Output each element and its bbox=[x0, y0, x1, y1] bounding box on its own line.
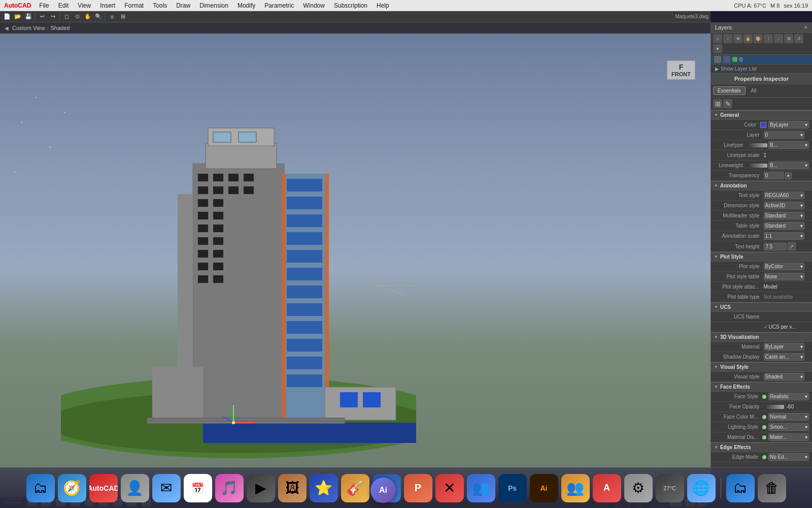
layer-vis-icon[interactable] bbox=[714, 56, 721, 63]
layer-refresh[interactable]: ↺ bbox=[794, 34, 803, 43]
multileader-dropdown[interactable]: Standard▾ bbox=[764, 212, 804, 219]
dock-contacts[interactable]: 👤 bbox=[121, 474, 149, 502]
dock-app1[interactable]: ✕ bbox=[435, 474, 464, 502]
face-opacity-slider[interactable] bbox=[764, 405, 784, 409]
visual-style-value[interactable]: Shaded▾ bbox=[764, 373, 809, 380]
layer-up[interactable]: ↑ bbox=[764, 34, 773, 43]
layer-delete[interactable]: − bbox=[723, 34, 732, 43]
text-height-value[interactable]: ↗ bbox=[764, 242, 809, 250]
text-style-dropdown[interactable]: REGUA60▾ bbox=[764, 192, 804, 199]
toolbar-properties[interactable]: ⊞ bbox=[118, 12, 128, 22]
material-dis-value[interactable]: Mater...▾ bbox=[762, 433, 809, 441]
transparency-btn[interactable]: ▾ bbox=[785, 172, 792, 179]
menu-window[interactable]: Window bbox=[299, 1, 329, 10]
toolbar-pan[interactable]: ✋ bbox=[83, 12, 93, 22]
plot-table-value[interactable]: None▾ bbox=[764, 273, 809, 280]
dock-music[interactable]: 🎵 bbox=[215, 474, 244, 502]
lineweight-dropdown[interactable]: B...▾ bbox=[768, 162, 809, 169]
layer-dropdown[interactable]: 0▾ bbox=[764, 131, 804, 139]
layer-new[interactable]: + bbox=[713, 34, 722, 43]
layer-value[interactable]: 0▾ bbox=[764, 131, 809, 139]
material-value[interactable]: ByLayer▾ bbox=[764, 343, 809, 351]
dock-app3[interactable]: 👥 bbox=[561, 474, 590, 502]
dock-photoshop[interactable]: Ps bbox=[498, 474, 527, 502]
show-layer-list[interactable]: ▶ Show Layer List bbox=[711, 65, 812, 74]
dock-itunes[interactable]: ⭐ bbox=[310, 474, 338, 502]
dock-safari[interactable]: 🧭 bbox=[58, 474, 86, 502]
layer-color-swatch[interactable] bbox=[732, 57, 737, 62]
color-dropdown[interactable]: ByLayer▾ bbox=[768, 121, 809, 129]
vp-back[interactable]: ◀ bbox=[3, 25, 10, 31]
shadow-dropdown[interactable]: Casts an...▾ bbox=[764, 353, 804, 361]
layer-row-0[interactable]: 0 bbox=[711, 55, 812, 65]
menu-edit[interactable]: Edit bbox=[54, 1, 73, 10]
text-height-input[interactable] bbox=[764, 243, 787, 250]
section-face-effects[interactable]: ▼ Face Effects bbox=[711, 382, 812, 392]
dock-garageband[interactable]: 🎸 bbox=[341, 474, 369, 502]
lineweight-value[interactable]: B...▾ bbox=[747, 162, 809, 169]
dim-style-value[interactable]: Active3D▾ bbox=[764, 202, 809, 209]
table-style-value[interactable]: Standard▾ bbox=[764, 222, 809, 230]
menu-modify[interactable]: Modify bbox=[233, 1, 259, 10]
menu-file[interactable]: File bbox=[35, 1, 53, 10]
toolbar-open[interactable]: 📂 bbox=[13, 12, 23, 22]
edge-mode-value[interactable]: No Ed...▾ bbox=[762, 453, 809, 461]
menu-format[interactable]: Format bbox=[120, 1, 148, 10]
toolbar-new[interactable]: 📄 bbox=[2, 12, 12, 22]
section-edge-effects[interactable]: ▼ Edge Effects bbox=[711, 442, 812, 452]
plot-style-dropdown[interactable]: ByColor▾ bbox=[764, 263, 804, 270]
section-3d-viz[interactable]: ▼ 3D Visualization bbox=[711, 332, 812, 342]
menu-insert[interactable]: Insert bbox=[96, 1, 119, 10]
section-plot-style[interactable]: ▼ Plot Style bbox=[711, 252, 812, 262]
vp-view-name[interactable]: Custom View bbox=[12, 25, 45, 31]
text-height-expand[interactable]: ↗ bbox=[788, 242, 796, 250]
shadow-value[interactable]: Casts an...▾ bbox=[764, 353, 809, 361]
dim-style-dropdown[interactable]: Active3D▾ bbox=[764, 202, 804, 209]
linetype-scale-text[interactable]: 1 bbox=[764, 152, 767, 158]
plot-table-dropdown[interactable]: None▾ bbox=[764, 273, 804, 280]
viewport[interactable]: ◀ Custom View | Shaded bbox=[0, 22, 710, 508]
menu-draw[interactable]: Draw bbox=[172, 1, 194, 10]
menu-subscription[interactable]: Subscription bbox=[330, 1, 371, 10]
dock-system-pref[interactable]: ⚙ bbox=[624, 474, 653, 502]
ucs-per-v-value[interactable]: ✓ UCS per v... bbox=[764, 324, 809, 330]
toolbar-zoom[interactable]: 🔍 bbox=[93, 12, 104, 22]
tab-essentials[interactable]: Essentials bbox=[713, 86, 746, 95]
ann-scale-dropdown[interactable]: 1:1▾ bbox=[764, 232, 804, 240]
dock-app2[interactable]: 👥 bbox=[467, 474, 495, 502]
section-general[interactable]: ▼ General bbox=[711, 110, 812, 120]
edge-mode-dropdown[interactable]: No Ed...▾ bbox=[768, 453, 809, 461]
toolbar-layer[interactable]: ≡ bbox=[107, 12, 117, 22]
dock-finder[interactable]: 🗂 bbox=[26, 474, 55, 502]
prop-icon-2[interactable]: ✎ bbox=[723, 99, 732, 108]
face-style-value[interactable]: Realistic▾ bbox=[762, 393, 809, 400]
transparency-value[interactable]: 0 ▾ bbox=[764, 172, 809, 179]
transparency-dropdown[interactable]: 0 bbox=[764, 172, 784, 179]
color-value[interactable]: ByLayer▾ bbox=[760, 121, 809, 129]
layer-down[interactable]: ↓ bbox=[774, 34, 783, 43]
ann-scale-value[interactable]: 1:1▾ bbox=[764, 232, 809, 240]
toolbar-undo[interactable]: ↩ bbox=[37, 12, 47, 22]
menu-tools[interactable]: Tools bbox=[149, 1, 171, 10]
material-dropdown[interactable]: ByLayer▾ bbox=[764, 343, 804, 351]
layers-close[interactable]: ✕ bbox=[804, 25, 808, 30]
linetype-dropdown[interactable]: B...▾ bbox=[768, 141, 809, 149]
ucs-per-v-text[interactable]: UCS per v... bbox=[769, 324, 796, 330]
ai-badge[interactable]: Ai bbox=[370, 478, 396, 503]
table-style-dropdown[interactable]: Standard▾ bbox=[764, 222, 804, 230]
toolbar-3d[interactable]: ◻ bbox=[61, 12, 72, 22]
menu-help[interactable]: Help bbox=[373, 1, 393, 10]
layer-filter[interactable]: ▼ bbox=[713, 44, 722, 53]
layer-lock[interactable]: 🔒 bbox=[743, 34, 753, 43]
layer-color[interactable]: 🎨 bbox=[754, 34, 763, 43]
material-dis-dropdown[interactable]: Mater...▾ bbox=[768, 433, 809, 441]
section-ucs[interactable]: ▼ UCS bbox=[711, 302, 812, 312]
plot-style-value[interactable]: ByColor▾ bbox=[764, 263, 809, 270]
vp-shading[interactable]: Shaded bbox=[50, 25, 70, 31]
dock-powerpoint[interactable]: P bbox=[404, 474, 432, 502]
linetype-value[interactable]: B...▾ bbox=[747, 141, 809, 149]
visual-style-dropdown[interactable]: Shaded▾ bbox=[764, 373, 804, 380]
section-visual-style[interactable]: ▼ Visual Style bbox=[711, 362, 812, 372]
dock-calendar[interactable]: 📅 bbox=[184, 474, 212, 502]
dock-temp[interactable]: 27°C bbox=[656, 474, 684, 502]
